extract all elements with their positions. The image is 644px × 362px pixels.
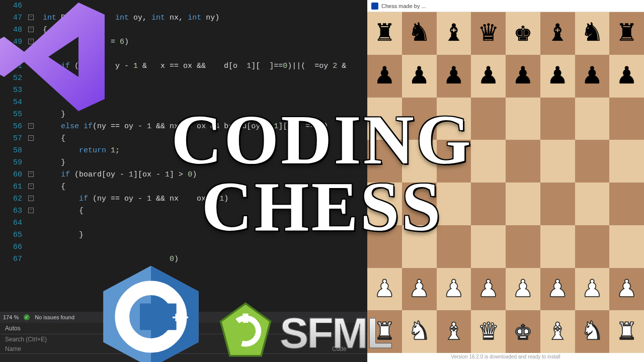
fold-toggle[interactable]: −	[28, 184, 34, 189]
board-square[interactable]: ♜	[609, 310, 644, 353]
piece-bp[interactable]: ♟	[514, 61, 532, 90]
board-square[interactable]: ♟	[506, 55, 540, 98]
board-square[interactable]	[609, 183, 644, 225]
board-square[interactable]: ♟	[367, 268, 402, 311]
col-type[interactable]: Type	[169, 345, 332, 352]
fold-toggle[interactable]: −	[28, 171, 34, 177]
code-line[interactable]: }	[29, 157, 367, 169]
board-square[interactable]: ♟	[471, 268, 506, 311]
board-square[interactable]	[575, 98, 610, 140]
board-square[interactable]	[437, 225, 471, 268]
board-square[interactable]	[367, 183, 402, 225]
piece-bb[interactable]: ♝	[549, 19, 567, 48]
piece-wp[interactable]: ♟	[514, 275, 532, 304]
board-square[interactable]	[506, 183, 540, 225]
piece-bp[interactable]: ♟	[583, 61, 601, 90]
fold-toggle[interactable]: −	[28, 135, 34, 141]
board-square[interactable]	[471, 225, 506, 268]
code-line[interactable]	[29, 48, 367, 60]
piece-bp[interactable]: ♟	[376, 61, 393, 90]
board-square[interactable]: ♟	[402, 268, 437, 311]
board-square[interactable]: ♟	[540, 268, 575, 311]
board-square[interactable]	[402, 225, 437, 268]
piece-bp[interactable]: ♟	[618, 61, 635, 90]
board-square[interactable]	[540, 98, 575, 140]
piece-bp[interactable]: ♟	[411, 61, 428, 90]
piece-wq[interactable]: ♛	[479, 317, 497, 346]
code-area[interactable]: int P int oy, int nx, int ny)− {− = 6)− …	[27, 0, 367, 312]
board-square[interactable]: ♜	[367, 12, 402, 55]
board-square[interactable]	[609, 225, 644, 268]
code-line[interactable]	[29, 0, 367, 12]
chess-board[interactable]: ♜♞♝♛♚♝♞♜♟♟♟♟♟♟♟♟♟♟♟♟♟♟♟♟♜♞♝♛♚♝♞♜	[367, 12, 644, 353]
board-square[interactable]: ♟	[540, 55, 575, 98]
board-square[interactable]	[402, 98, 437, 140]
piece-wp[interactable]: ♟	[618, 275, 635, 304]
code-line[interactable]	[29, 97, 367, 109]
board-square[interactable]	[609, 140, 644, 183]
piece-wb[interactable]: ♝	[549, 317, 567, 346]
board-square[interactable]: ♝	[437, 310, 471, 353]
piece-bq[interactable]: ♛	[479, 19, 497, 48]
board-square[interactable]	[540, 183, 575, 225]
code-line[interactable]: if (board[oy - 1][ox - 1] > 0)−	[29, 169, 367, 181]
piece-wn[interactable]: ♞	[411, 317, 428, 346]
board-square[interactable]	[437, 140, 471, 183]
board-square[interactable]: ♞	[402, 310, 437, 353]
panel-tab-autos[interactable]: Autos	[0, 323, 367, 334]
board-square[interactable]: ♝	[540, 12, 575, 55]
board-square[interactable]: ♟	[367, 55, 402, 98]
piece-bp[interactable]: ♟	[445, 61, 462, 90]
zoom-level[interactable]: 174 %	[3, 314, 19, 320]
piece-wr[interactable]: ♜	[376, 317, 393, 346]
code-line[interactable]	[29, 217, 367, 229]
board-square[interactable]: ♟	[609, 55, 644, 98]
board-square[interactable]	[540, 225, 575, 268]
piece-bn[interactable]: ♞	[411, 19, 428, 48]
fold-toggle[interactable]: −	[28, 27, 34, 32]
fold-toggle[interactable]: −	[28, 196, 34, 201]
code-line[interactable]: {−	[29, 181, 367, 193]
board-square[interactable]	[471, 98, 506, 140]
autos-panel[interactable]: Autos Search (Ctrl+E) Name Type Code	[0, 323, 367, 362]
board-square[interactable]	[367, 98, 402, 140]
piece-br[interactable]: ♜	[376, 19, 393, 48]
panel-search[interactable]: Search (Ctrl+E)	[0, 334, 367, 344]
code-line[interactable]: }	[29, 229, 367, 241]
board-square[interactable]: ♟	[575, 268, 610, 311]
board-square[interactable]: ♞	[402, 12, 437, 55]
board-square[interactable]: ♝	[437, 12, 471, 55]
board-square[interactable]: ♞	[575, 12, 610, 55]
piece-bp[interactable]: ♟	[479, 61, 497, 90]
board-square[interactable]: ♟	[437, 268, 471, 311]
board-square[interactable]: ♞	[575, 310, 610, 353]
code-editor[interactable]: 4647484950515253545556575859606162636465…	[0, 0, 367, 312]
code-line[interactable]	[29, 241, 367, 253]
code-line[interactable]: {−	[29, 133, 367, 145]
board-square[interactable]	[471, 183, 506, 225]
board-square[interactable]: ♜	[367, 310, 402, 353]
piece-br[interactable]: ♜	[618, 19, 635, 48]
piece-wp[interactable]: ♟	[376, 275, 393, 304]
board-square[interactable]	[506, 98, 540, 140]
code-line[interactable]: 0)	[29, 253, 367, 265]
piece-wn[interactable]: ♞	[583, 317, 601, 346]
code-line[interactable]	[29, 72, 367, 84]
fold-toggle[interactable]: −	[28, 39, 34, 44]
piece-wb[interactable]: ♝	[445, 317, 462, 346]
board-square[interactable]	[367, 225, 402, 268]
board-square[interactable]: ♜	[609, 12, 644, 55]
board-square[interactable]: ♛	[471, 12, 506, 55]
board-square[interactable]: ♝	[540, 310, 575, 353]
board-square[interactable]: ♟	[506, 268, 540, 311]
code-line[interactable]: {−	[29, 24, 367, 36]
piece-bn[interactable]: ♞	[583, 19, 601, 48]
piece-bp[interactable]: ♟	[549, 61, 567, 90]
code-line[interactable]	[29, 84, 367, 97]
board-square[interactable]	[609, 98, 644, 140]
code-line[interactable]: = 6)−	[29, 36, 367, 48]
code-line[interactable]: else if(ny == oy - 1 && nx == ox && boar…	[29, 121, 367, 133]
board-square[interactable]	[575, 183, 610, 225]
board-square[interactable]: ♛	[471, 310, 506, 353]
code-line[interactable]: }	[29, 109, 367, 121]
